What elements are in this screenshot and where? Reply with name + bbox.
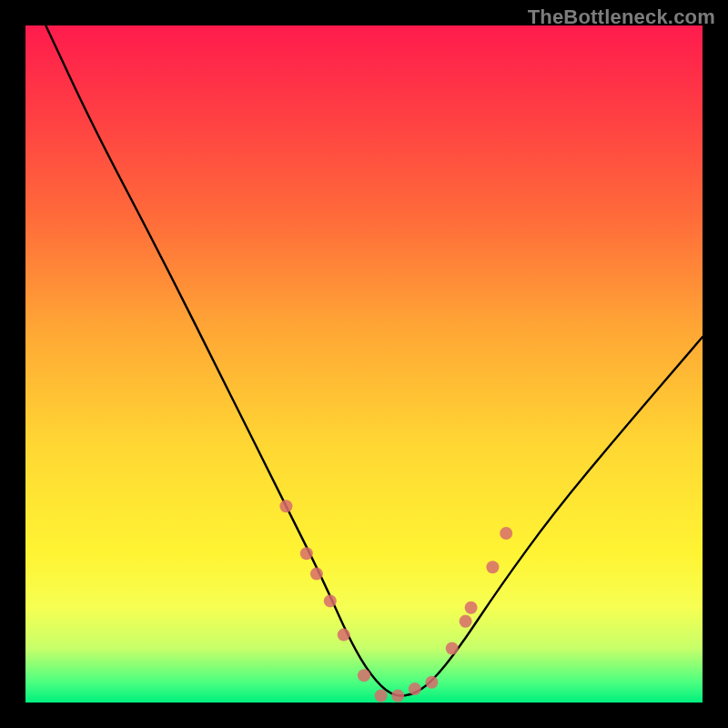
highlight-dot [310, 568, 323, 581]
highlight-dot [465, 602, 478, 614]
highlight-dot [486, 561, 499, 573]
plot-area [25, 25, 703, 703]
bottleneck-curve-path [46, 25, 703, 696]
watermark-text: TheBottleneck.com [528, 5, 715, 29]
highlight-dot [446, 642, 459, 655]
highlight-dot [338, 629, 350, 642]
highlight-dot [300, 547, 313, 560]
highlight-dot [279, 500, 292, 512]
chart-svg [25, 25, 703, 703]
highlight-dot [460, 615, 472, 628]
chart-frame: TheBottleneck.com [0, 0, 728, 728]
highlight-dot [375, 690, 388, 703]
highlight-dot [425, 676, 438, 689]
highlight-dot [391, 690, 404, 703]
highlight-dot [409, 682, 421, 695]
highlight-dot [358, 669, 370, 682]
highlight-dots-group [279, 500, 512, 702]
highlight-dot [324, 594, 337, 607]
highlight-dot [500, 527, 512, 540]
